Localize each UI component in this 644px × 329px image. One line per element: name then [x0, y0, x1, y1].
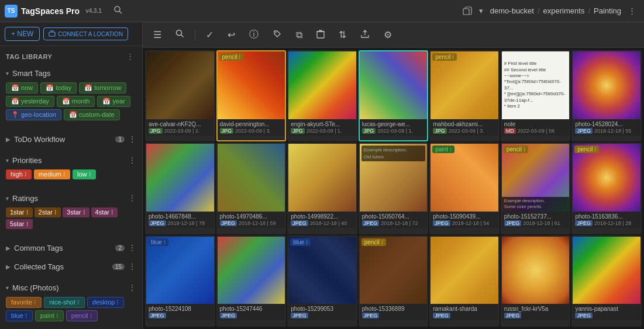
app-name: TagSpaces Pro [21, 6, 80, 16]
file-item[interactable]: engin-akyurt-STe... JPG 2022-03-09 | 1. [287, 50, 357, 141]
folder-more-button[interactable]: ⋮ [625, 4, 639, 18]
file-thumbnail [288, 51, 356, 119]
tag-2star[interactable]: 2star ⁝ [35, 207, 61, 217]
file-item[interactable]: lucas-george-we... JPG 2022-03-09 | 1. [359, 50, 429, 141]
file-item[interactable]: Example description.Old tubes photo-1505… [359, 143, 429, 234]
misc-photos-header[interactable]: ▾ Misc (Photos) ⋮ [0, 280, 142, 295]
collected-tags-header[interactable]: ▶ Collected Tags 15 ⋮ [0, 259, 142, 273]
file-item-note[interactable]: # First level title ## Second level titl… [501, 50, 571, 141]
bucket-dropdown[interactable]: ▾ [476, 4, 487, 18]
menu-toggle-button[interactable]: ☰ [150, 27, 165, 43]
file-item[interactable]: ave-calvar-nKF2Q... JPG 2022-03-09 | 2. [145, 50, 215, 141]
tag-low[interactable]: low ⁝ [73, 169, 96, 179]
new-button[interactable]: + NEW [5, 27, 40, 41]
file-tag-badge: blue ⁝ [148, 238, 168, 246]
file-thumbnail: paint ⁝ [431, 144, 498, 212]
file-item[interactable]: photo-14970486... JPEG 2018-12-18 | 59 [216, 143, 287, 234]
file-item[interactable]: photo-15247446 JPEG [216, 236, 287, 327]
upload-button[interactable] [357, 27, 373, 43]
tag-4star[interactable]: 4star ⁝ [91, 207, 118, 217]
file-thumbnail [146, 51, 214, 119]
tag-3star[interactable]: 3star ⁝ [63, 207, 89, 217]
file-item[interactable]: pencil ⁝ photo-15336889 JPEG [359, 236, 429, 327]
file-format: JPEG [220, 220, 237, 226]
file-meta: JPG 2022-03-09 | 2. [149, 128, 212, 134]
ratings-more-button[interactable]: ⋮ [128, 193, 136, 203]
file-item[interactable]: photo-14998922... JPEG 2018-12-18 | 40 [287, 143, 357, 234]
file-item[interactable]: yannis-papanast JPEG [571, 236, 642, 327]
connect-location-button[interactable]: CONNECT A LOCATION [43, 27, 128, 40]
file-date: 2018-12-18 | 54 [452, 220, 489, 226]
file-item[interactable]: russn_fckr-krV5a JPEG [501, 236, 571, 327]
file-tag-badge: pencil ⁝ [361, 238, 386, 246]
app-version: v4.3.1 [85, 8, 102, 14]
file-item[interactable]: paint ⁝ photo-15090439... JPEG 2018-12-1… [429, 143, 500, 234]
file-item[interactable]: photo-14528024... JPEG 2018-12-18 | 55 [571, 50, 642, 141]
select-all-button[interactable]: ✓ [202, 27, 217, 43]
file-tag-badge: pencil ⁝ [574, 146, 599, 153]
tag-button[interactable] [269, 27, 285, 43]
file-info: photo-15152737... JPEG 2018-12-18 | 61 [502, 212, 570, 228]
tag-tomorrow[interactable]: 📅 tomorrow [79, 82, 126, 93]
tag-geo-location[interactable]: 📍 geo-location [6, 109, 61, 120]
file-item[interactable]: pencil ⁝ Example description.Some color … [501, 143, 571, 234]
info-button[interactable]: ⓘ [246, 26, 262, 43]
tag-today[interactable]: 📅 today [40, 82, 77, 93]
file-thumbnail [218, 144, 285, 212]
file-name: david-pennington... [220, 121, 283, 127]
file-name: photo-15163836... [575, 213, 638, 220]
todo-header[interactable]: ▶ ToDo Workflow 1 ⋮ [0, 132, 142, 146]
file-description: Example description.Old tubes [361, 146, 426, 161]
smart-tags-header[interactable]: ▾ Smart Tags [0, 67, 142, 80]
tag-medium[interactable]: medium ⁝ [34, 169, 70, 179]
tag-library-title: TAG LIBRARY [6, 53, 52, 60]
tag-pencil[interactable]: pencil ⁝ [66, 310, 98, 321]
tag-paint[interactable]: paint ⁝ [35, 310, 64, 321]
tag-high[interactable]: high ⁝ [6, 169, 32, 179]
priorities-header[interactable]: ▾ Priorities ⋮ [0, 153, 142, 167]
file-name: photo-15050764... [362, 213, 425, 220]
common-tags-header[interactable]: ▶ Common Tags 2 ⋮ [0, 241, 142, 255]
file-date: 2022-03-09 | 56 [518, 128, 555, 134]
tag-desktop[interactable]: desktop ⁝ [87, 297, 125, 308]
file-item[interactable]: pencil ⁝ photo-15163836... JPEG 2018-12-… [571, 143, 642, 234]
delete-button[interactable] [313, 27, 328, 43]
file-item[interactable]: pencil ⁝ mahbod-akhzami... JPG 2022-03-0… [429, 50, 500, 141]
file-name: photo-15299053 [291, 306, 354, 312]
file-meta: JPEG 2018-12-18 | 59 [220, 220, 283, 226]
file-item[interactable]: photo-14667848... JPEG 2018-12-18 | 78 [145, 143, 215, 234]
common-tags-more-button[interactable]: ⋮ [128, 243, 136, 252]
search-button[interactable] [109, 3, 128, 19]
tag-blue[interactable]: blue ⁝ [6, 310, 33, 321]
search-files-button[interactable] [172, 27, 188, 43]
tag-favorite[interactable]: favorite ⁝ [6, 297, 42, 308]
misc-photos-more-button[interactable]: ⋮ [128, 283, 136, 292]
priorities-more-button[interactable]: ⋮ [128, 155, 136, 165]
tag-month[interactable]: 📅 month [57, 96, 95, 107]
ratings-header[interactable]: ▾ Ratings ⋮ [0, 191, 142, 205]
file-item[interactable]: blue ⁝ photo-15224108 JPEG [145, 236, 215, 327]
settings-button[interactable]: ⚙ [380, 27, 395, 43]
move-button[interactable]: ⇅ [335, 27, 350, 43]
tag-library-more-button[interactable]: ⋮ [124, 51, 136, 62]
collected-tags-more-button[interactable]: ⋮ [128, 262, 136, 271]
copy-button[interactable]: ⧉ [292, 27, 306, 43]
file-item[interactable]: ramakant-sharda JPEG [429, 236, 500, 327]
file-name: photo-14667848... [149, 213, 212, 220]
tag-custom-date[interactable]: 📅 custom-date [64, 109, 120, 120]
file-item[interactable]: pencil ⁝ david-pennington... JPG 2022-03… [216, 50, 287, 141]
tag-year[interactable]: 📅 year [97, 96, 130, 107]
tag-now[interactable]: 📅 now [6, 82, 38, 93]
file-item[interactable]: blue ⁝ photo-15299053 JPEG [287, 236, 357, 327]
tag-yesterday[interactable]: 📅 yesterday [6, 96, 54, 107]
file-name: engin-akyurt-STe... [291, 121, 354, 127]
file-info: photo-14970486... JPEG 2018-12-18 | 59 [218, 212, 285, 228]
tag-nice-shot[interactable]: nice-shot ⁝ [44, 297, 85, 308]
tag-5star[interactable]: 5star ⁝ [6, 219, 33, 229]
back-button[interactable]: ↩ [224, 27, 239, 43]
todo-more-button[interactable]: ⋮ [128, 134, 136, 144]
file-meta: JPEG 2018-12-18 | 61 [504, 220, 567, 226]
tag-1star[interactable]: 1star ⁝ [6, 207, 33, 217]
main-layout: + NEW CONNECT A LOCATION TAG LIBRARY ⋮ ▾… [0, 22, 644, 329]
file-date: 2022-03-09 | 1. [377, 128, 413, 134]
